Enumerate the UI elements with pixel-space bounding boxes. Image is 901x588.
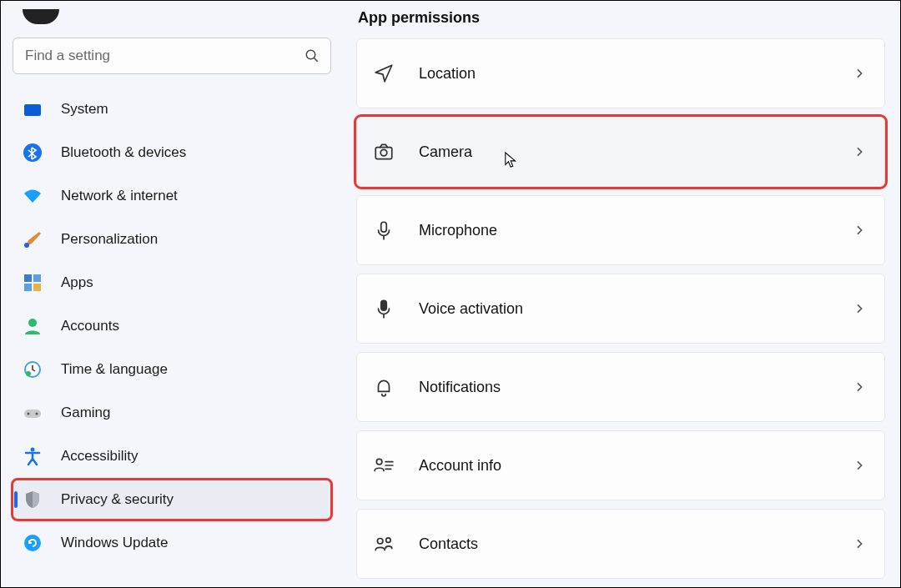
time-icon [23,359,43,379]
shield-icon [23,490,43,510]
search-field[interactable] [13,38,331,74]
voice-icon [372,297,395,320]
permission-list: LocationCameraMicrophoneVoice activation… [356,38,885,579]
chevron-right-icon [853,224,866,237]
sidebar: SystemBluetooth & devicesNetwork & inter… [1,1,343,587]
sidebar-item-wifi[interactable]: Network & internet [13,176,331,216]
permission-item-microphone[interactable]: Microphone [356,195,885,265]
apps-icon [23,273,43,293]
sidebar-item-apps[interactable]: Apps [13,263,331,303]
sidebar-item-account[interactable]: Accounts [13,306,331,346]
avatar [23,9,59,24]
svg-line-1 [314,58,318,62]
chevron-right-icon [853,459,866,472]
svg-point-5 [24,243,29,248]
svg-rect-23 [381,300,387,310]
sidebar-item-label: Accounts [61,318,119,334]
chevron-right-icon [853,145,866,158]
gaming-icon [23,403,43,423]
sidebar-item-label: System [61,101,108,118]
search-input[interactable] [13,38,331,74]
sidebar-item-time[interactable]: Time & language [13,349,331,389]
svg-rect-2 [24,104,41,116]
svg-rect-14 [24,410,41,418]
svg-point-10 [28,319,37,327]
sidebar-item-label: Apps [61,274,93,291]
sidebar-item-accessibility[interactable]: Accessibility [13,436,331,476]
wifi-icon [23,186,43,206]
svg-point-13 [26,371,31,376]
permission-label: Voice activation [419,300,853,318]
accountinfo-icon [372,454,395,477]
svg-point-30 [386,538,390,542]
svg-point-20 [380,149,387,156]
sidebar-item-bluetooth[interactable]: Bluetooth & devices [13,133,331,173]
permission-item-accountinfo[interactable]: Account info [356,430,885,500]
svg-rect-7 [33,274,41,282]
sidebar-item-label: Windows Update [61,535,169,551]
bluetooth-icon [23,143,43,163]
account-icon [23,316,43,336]
sidebar-item-gaming[interactable]: Gaming [13,393,331,433]
sidebar-item-brush[interactable]: Personalization [13,219,331,259]
permission-label: Notifications [419,379,853,396]
permission-label: Location [419,65,853,83]
sidebar-item-label: Gaming [61,405,111,421]
svg-point-17 [31,448,35,452]
contacts-icon [372,532,395,555]
search-icon [305,48,320,63]
svg-rect-8 [24,284,32,291]
sidebar-item-label: Network & internet [61,188,178,204]
chevron-right-icon [853,302,866,315]
sidebar-item-update[interactable]: Windows Update [13,523,331,563]
chevron-right-icon [853,380,866,394]
update-icon [23,533,43,553]
chevron-right-icon [853,537,866,550]
sidebar-item-label: Personalization [61,231,158,248]
brush-icon [23,229,43,249]
sidebar-item-system[interactable]: System [13,89,331,129]
bell-icon [372,375,395,399]
sidebar-item-label: Accessibility [61,448,138,465]
chevron-right-icon [853,67,866,80]
permission-item-voice[interactable]: Voice activation [356,274,885,344]
system-icon [23,99,43,119]
svg-point-0 [306,50,315,59]
permission-item-bell[interactable]: Notifications [356,352,885,422]
sidebar-item-label: Privacy & security [61,491,174,508]
svg-rect-9 [33,284,41,291]
location-icon [372,62,395,85]
permission-item-location[interactable]: Location [356,38,885,108]
permission-label: Microphone [419,222,853,239]
section-title: App permissions [356,1,885,38]
svg-point-29 [377,539,383,545]
accessibility-icon [23,446,43,466]
svg-point-25 [376,459,382,465]
svg-rect-6 [24,274,32,282]
permission-label: Account info [419,457,853,475]
sidebar-item-label: Bluetooth & devices [61,144,186,161]
main-content: App permissions LocationCameraMicrophone… [343,1,900,587]
sidebar-nav: SystemBluetooth & devicesNetwork & inter… [13,89,331,563]
permission-label: Camera [419,143,853,161]
svg-rect-21 [381,222,387,232]
permission-label: Contacts [419,535,853,553]
camera-icon [372,140,395,163]
svg-point-15 [28,413,30,415]
sidebar-item-label: Time & language [61,361,168,378]
microphone-icon [372,219,395,242]
permission-item-contacts[interactable]: Contacts [356,509,885,579]
svg-point-18 [24,535,41,551]
svg-point-16 [36,413,38,415]
sidebar-item-shield[interactable]: Privacy & security [13,480,331,520]
permission-item-camera[interactable]: Camera [356,117,885,187]
